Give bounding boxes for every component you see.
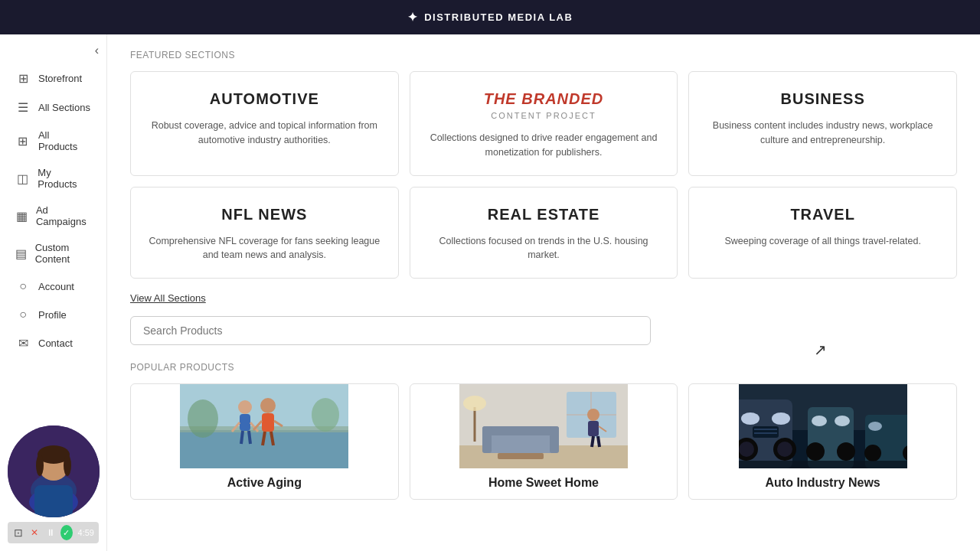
- top-bar: ✦ DISTRIBUTED MEDIA LAB: [0, 0, 980, 34]
- sidebar-item-custom-content[interactable]: ▤ Custom Content: [5, 235, 102, 272]
- sidebar: ‹ ⊞ Storefront ☰ All Sections ⊞ All Prod…: [0, 34, 107, 551]
- svg-rect-35: [550, 426, 559, 453]
- product-card-home-sweet-home[interactable]: Home Sweet Home: [410, 383, 678, 500]
- card-desc-real-estate: Collections focused on trends in the U.S…: [426, 234, 662, 263]
- avatar-area: ⊡ ✕ ⏸ ✓ 4:59: [0, 418, 106, 551]
- svg-point-13: [312, 398, 339, 432]
- sidebar-label-contact: Contact: [38, 337, 73, 349]
- card-title-travel: TRAVEL: [704, 206, 941, 223]
- svg-line-19: [249, 431, 250, 444]
- svg-rect-65: [739, 461, 907, 468]
- search-container: [130, 316, 957, 357]
- svg-rect-34: [482, 426, 492, 453]
- sidebar-icon-profile: ○: [15, 308, 31, 321]
- card-desc-automotive: Robust coverage, advice and topical info…: [146, 119, 383, 148]
- svg-rect-38: [588, 421, 599, 436]
- sidebar-label-account: Account: [38, 281, 74, 292]
- timer-display: 4:59: [78, 528, 94, 537]
- stop-button[interactable]: ✕: [28, 525, 41, 540]
- check-button[interactable]: ✓: [60, 525, 73, 540]
- svg-rect-21: [262, 413, 274, 432]
- sidebar-item-storefront[interactable]: ⊞ Storefront: [5, 64, 102, 93]
- svg-point-14: [238, 400, 252, 414]
- sidebar-item-all-products[interactable]: ⊞ All Products: [5, 122, 102, 159]
- record-stop-button[interactable]: ⊡: [12, 525, 24, 540]
- sidebar-icon-account: ○: [15, 279, 31, 293]
- app-title: DISTRIBUTED MEDIA LAB: [424, 11, 573, 23]
- svg-point-12: [188, 399, 218, 438]
- featured-card-branded-content[interactable]: THE BRANDED Content Project Collections …: [410, 71, 678, 176]
- sidebar-icon-ad-campaigns: ▦: [15, 209, 28, 223]
- products-grid: Active Aging Home Sweet Home: [130, 383, 957, 500]
- sidebar-icon-all-sections: ☰: [15, 100, 31, 115]
- svg-point-20: [260, 398, 276, 413]
- svg-line-40: [592, 436, 593, 447]
- card-desc-business: Business content includes industry news,…: [704, 119, 941, 148]
- svg-rect-55: [754, 432, 777, 434]
- view-all-sections-link[interactable]: View All Sections: [130, 292, 206, 304]
- product-title-home-sweet-home: Home Sweet Home: [410, 468, 678, 499]
- card-desc-nfl-news: Comprehensive NFL coverage for fans seek…: [146, 234, 383, 263]
- product-card-auto-industry-news[interactable]: Auto Industry News: [688, 383, 957, 500]
- product-image-auto-industry-news: [689, 384, 956, 468]
- svg-point-43: [463, 396, 486, 411]
- sidebar-icon-custom-content: ▤: [15, 246, 28, 261]
- search-input[interactable]: [130, 316, 651, 345]
- featured-card-nfl-news[interactable]: NFL NEWS Comprehensive NFL coverage for …: [130, 187, 399, 279]
- svg-point-58: [837, 442, 855, 461]
- sidebar-icon-storefront: ⊞: [15, 71, 31, 86]
- app-layout: ‹ ⊞ Storefront ☰ All Sections ⊞ All Prod…: [0, 34, 980, 551]
- svg-line-18: [241, 431, 243, 444]
- card-title-real-estate: REAL ESTATE: [426, 206, 662, 223]
- svg-point-60: [835, 416, 850, 426]
- sidebar-collapse-btn[interactable]: ‹: [0, 41, 106, 64]
- card-desc-travel: Sweeping coverage of all things travel-r…: [704, 234, 941, 249]
- main-content: Featured Sections AUTOMOTIVE Robust cove…: [107, 34, 980, 551]
- svg-rect-15: [240, 414, 250, 431]
- sidebar-item-profile[interactable]: ○ Profile: [5, 301, 102, 328]
- featured-sections-grid: AUTOMOTIVE Robust coverage, advice and t…: [130, 71, 957, 279]
- sidebar-label-all-sections: All Sections: [38, 102, 90, 113]
- svg-point-37: [587, 409, 599, 421]
- product-title-auto-industry-news: Auto Industry News: [689, 468, 956, 499]
- svg-rect-53: [753, 426, 779, 438]
- svg-line-41: [598, 436, 599, 447]
- sidebar-item-all-sections[interactable]: ☰ All Sections: [5, 93, 102, 122]
- featured-card-travel[interactable]: TRAVEL Sweeping coverage of all things t…: [688, 187, 957, 279]
- sidebar-label-custom-content: Custom Content: [35, 242, 91, 265]
- svg-rect-54: [754, 429, 777, 430]
- featured-card-automotive[interactable]: AUTOMOTIVE Robust coverage, advice and t…: [130, 71, 399, 176]
- sidebar-icon-my-products: ◫: [15, 171, 30, 186]
- sidebar-label-my-products: My Products: [38, 167, 91, 190]
- sidebar-item-account[interactable]: ○ Account: [5, 272, 102, 300]
- pause-button[interactable]: ⏸: [44, 525, 57, 540]
- sidebar-icon-all-products: ⊞: [15, 134, 31, 148]
- featured-card-real-estate[interactable]: REAL ESTATE Collections focused on trend…: [410, 187, 678, 279]
- featured-heading: Featured Sections: [130, 50, 957, 60]
- webcam-avatar: [8, 425, 100, 517]
- featured-card-business[interactable]: BUSINESS Business content includes indus…: [688, 71, 957, 176]
- product-card-active-aging[interactable]: Active Aging: [130, 383, 399, 500]
- sidebar-item-my-products[interactable]: ◫ My Products: [5, 160, 102, 197]
- svg-rect-33: [482, 426, 559, 435]
- card-title-automotive: AUTOMOTIVE: [146, 90, 383, 108]
- product-image-active-aging: [131, 384, 398, 468]
- card-title-business: BUSINESS: [704, 90, 941, 108]
- sidebar-label-profile: Profile: [38, 309, 67, 321]
- sidebar-label-all-products: All Products: [38, 129, 91, 152]
- logo-icon: ✦: [407, 10, 419, 24]
- svg-point-62: [864, 445, 881, 461]
- card-subtitle-branded-content: Content Project: [426, 111, 662, 120]
- collapse-icon[interactable]: ‹: [95, 44, 99, 57]
- svg-point-48: [739, 442, 754, 457]
- product-title-active-aging: Active Aging: [131, 468, 398, 499]
- card-title-nfl-news: NFL NEWS: [146, 206, 383, 223]
- sidebar-icon-contact: ✉: [15, 336, 31, 350]
- sidebar-label-ad-campaigns: Ad Campaigns: [36, 204, 91, 227]
- card-title-branded-content: THE BRANDED: [426, 90, 662, 108]
- sidebar-item-contact[interactable]: ✉ Contact: [5, 329, 102, 357]
- sidebar-item-ad-campaigns[interactable]: ▦ Ad Campaigns: [5, 197, 102, 234]
- svg-point-4: [36, 455, 44, 476]
- svg-point-5: [64, 455, 71, 476]
- svg-point-52: [772, 412, 790, 425]
